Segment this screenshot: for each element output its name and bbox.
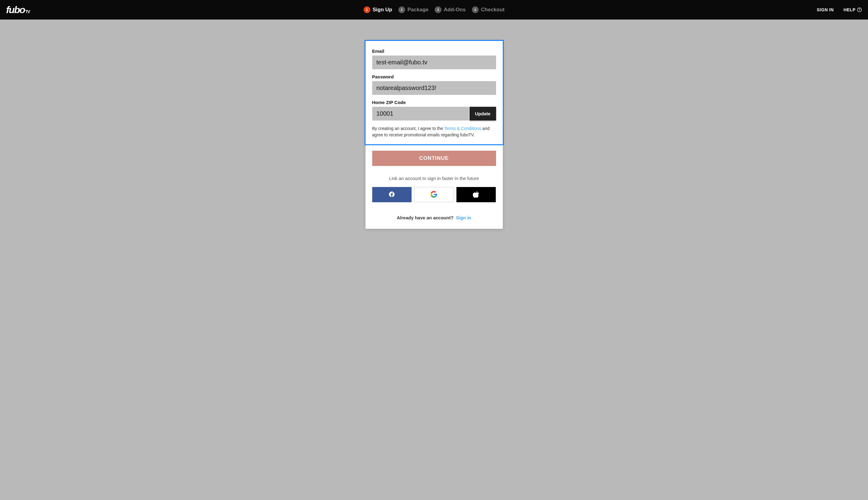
logo-main: fubo bbox=[6, 4, 25, 15]
step-addons: 3 Add-Ons bbox=[434, 7, 466, 13]
link-account-text: Link an account to sign in faster in the… bbox=[372, 176, 496, 181]
logo[interactable]: fuboTV bbox=[6, 4, 30, 15]
zip-label: Home ZIP Code bbox=[372, 100, 496, 105]
step-number: 4 bbox=[472, 7, 478, 13]
signup-card: Email Password Home ZIP Code Update By c… bbox=[366, 41, 503, 229]
step-package: 2 Package bbox=[398, 7, 429, 13]
legal-before: By creating an account, I agree to the bbox=[372, 126, 444, 131]
svg-point-1 bbox=[859, 11, 859, 11]
sign-in-link-bottom[interactable]: Sign in bbox=[456, 215, 471, 220]
step-label: Checkout bbox=[481, 7, 504, 13]
google-login-button[interactable] bbox=[414, 187, 454, 202]
already-have-account: Already have an account? Sign in bbox=[372, 215, 496, 220]
password-field-group: Password bbox=[372, 74, 496, 95]
already-text: Already have an account? bbox=[397, 215, 453, 220]
step-label: Package bbox=[407, 7, 429, 13]
step-label: Add-Ons bbox=[444, 7, 466, 13]
email-field-group: Email bbox=[372, 48, 496, 69]
update-button[interactable]: Update bbox=[470, 107, 496, 121]
lower-section: CONTINUE Link an account to sign in fast… bbox=[366, 145, 503, 220]
password-input[interactable] bbox=[372, 81, 496, 95]
modal-overlay: Email Password Home ZIP Code Update By c… bbox=[0, 20, 868, 500]
zip-field-group: Home ZIP Code Update bbox=[372, 100, 496, 121]
email-input[interactable] bbox=[372, 56, 496, 69]
continue-button[interactable]: CONTINUE bbox=[372, 151, 496, 166]
zip-input[interactable] bbox=[372, 107, 469, 121]
header-right: SIGN IN HELP bbox=[817, 7, 862, 12]
progress-stepper: 1 Sign Up 2 Package 3 Add-Ons 4 Checkout bbox=[363, 7, 504, 13]
help-icon bbox=[857, 7, 862, 12]
legal-text: By creating an account, I agree to the T… bbox=[372, 125, 496, 138]
facebook-login-button[interactable] bbox=[372, 187, 412, 202]
step-number: 1 bbox=[363, 7, 370, 13]
step-checkout: 4 Checkout bbox=[472, 7, 504, 13]
social-login-row bbox=[372, 187, 496, 202]
terms-link[interactable]: Terms & Conditions bbox=[444, 126, 481, 131]
step-label: Sign Up bbox=[373, 7, 392, 13]
sign-in-label: SIGN IN bbox=[817, 7, 834, 12]
zip-row: Update bbox=[372, 107, 496, 121]
sign-in-link[interactable]: SIGN IN bbox=[817, 7, 834, 12]
help-link[interactable]: HELP bbox=[844, 7, 862, 12]
highlighted-form-section: Email Password Home ZIP Code Update By c… bbox=[365, 40, 504, 145]
facebook-icon bbox=[388, 191, 395, 198]
apple-login-button[interactable] bbox=[456, 187, 496, 202]
google-icon bbox=[431, 191, 437, 198]
step-signup: 1 Sign Up bbox=[363, 7, 392, 13]
step-number: 3 bbox=[434, 7, 441, 13]
step-number: 2 bbox=[398, 7, 405, 13]
logo-sub: TV bbox=[25, 9, 30, 14]
help-label: HELP bbox=[844, 7, 856, 12]
apple-icon bbox=[473, 191, 480, 198]
password-label: Password bbox=[372, 74, 496, 79]
header: fuboTV 1 Sign Up 2 Package 3 Add-Ons 4 C… bbox=[0, 0, 868, 20]
email-label: Email bbox=[372, 48, 496, 54]
